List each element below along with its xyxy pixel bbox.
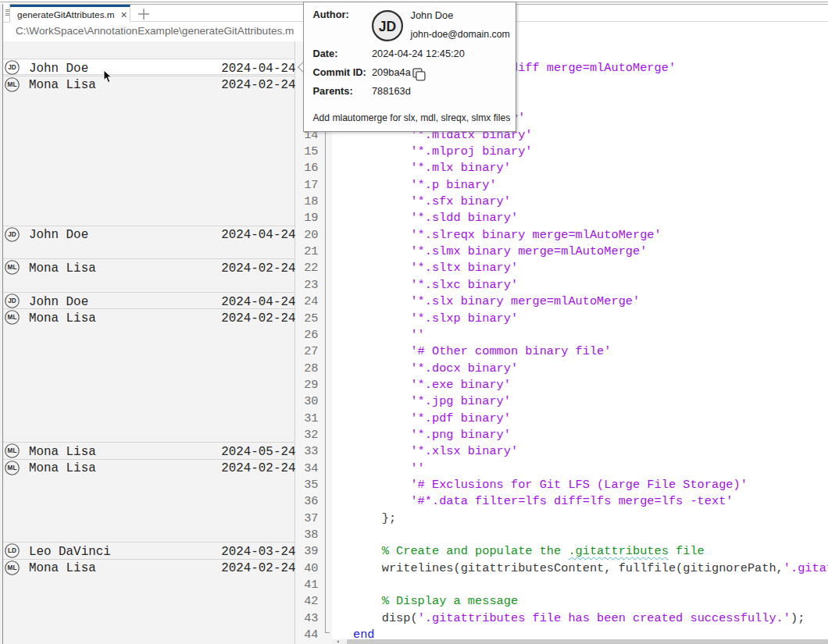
svg-text:LD: LD: [8, 548, 16, 555]
svg-text:ML: ML: [8, 464, 17, 471]
svg-text:ML: ML: [8, 315, 17, 322]
svg-text:JD: JD: [8, 231, 16, 238]
svg-text:ML: ML: [8, 448, 17, 455]
svg-text:JD: JD: [8, 298, 16, 305]
svg-text:JD: JD: [8, 65, 16, 72]
svg-text:ML: ML: [8, 265, 17, 272]
svg-text:ML: ML: [8, 81, 17, 88]
svg-text:JD: JD: [378, 19, 395, 34]
svg-text:ML: ML: [8, 564, 17, 571]
